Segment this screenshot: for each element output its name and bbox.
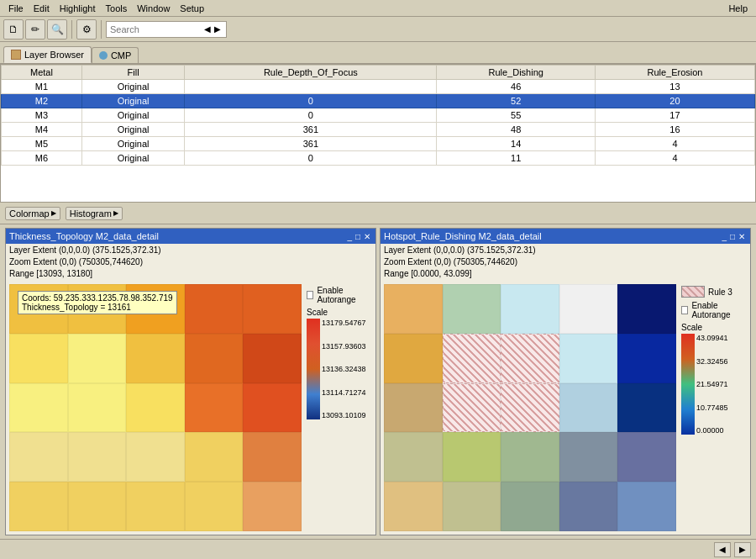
open-button[interactable]: ✏ (25, 19, 45, 40)
viz-left-close[interactable]: ✕ (362, 232, 372, 241)
heatmap-cell[interactable] (9, 383, 68, 433)
heatmap-cell[interactable] (185, 383, 244, 433)
heatmap-cell[interactable] (559, 334, 618, 383)
tab-cmp[interactable]: CMP (92, 47, 139, 63)
col-fill[interactable]: Fill (81, 66, 184, 80)
heatmap-cell[interactable] (617, 432, 676, 482)
viz-left-minimize[interactable]: _ (345, 232, 354, 241)
heatmap-cell[interactable] (384, 334, 443, 383)
heatmap-cell[interactable] (68, 482, 127, 531)
col-rdof[interactable]: Rule_Depth_Of_Focus (185, 66, 437, 80)
table-row[interactable]: M6Original0114 (2, 151, 755, 166)
histogram-button[interactable]: Histogram ▶ (66, 207, 123, 220)
zoom-button[interactable]: 🔍 (47, 19, 67, 40)
tabbar: Layer Browser CMP (0, 42, 756, 64)
heatmap-cell[interactable] (9, 432, 68, 482)
settings-button[interactable]: ⚙ (76, 19, 97, 40)
col-rdish[interactable]: Rule_Dishing (437, 66, 596, 80)
viz-right-close[interactable]: ✕ (737, 232, 747, 241)
heatmap-cell[interactable] (243, 432, 302, 482)
heatmap-cell[interactable] (559, 284, 618, 334)
heatmap-cell[interactable] (443, 482, 501, 531)
heatmap-cell[interactable] (126, 334, 185, 383)
heatmap-cell[interactable] (501, 334, 559, 383)
menu-setup[interactable]: Setup (175, 3, 209, 14)
heatmap-cell[interactable] (126, 383, 185, 433)
viz-map-right[interactable] (384, 284, 676, 531)
status-back-button[interactable]: ◀ (714, 542, 731, 557)
viz-panel-left: Thickness_Topology M2_data_detail _ □ ✕ … (5, 228, 376, 535)
search-input[interactable] (110, 24, 202, 34)
heatmap-cell[interactable] (243, 383, 302, 433)
heatmap-cell[interactable] (617, 284, 676, 334)
viz-titlebar-right: Hotspot_Rule_Dishing M2_data_detail _ □ … (381, 229, 750, 244)
heatmap-cell[interactable] (185, 334, 244, 383)
menu-edit[interactable]: Edit (29, 3, 55, 14)
heatmap-right[interactable] (384, 284, 676, 531)
viz-left-layer-extent: Layer Extent (0,0,0.0) (375.1525,372.31) (9, 245, 372, 256)
heatmap-cell[interactable] (9, 482, 68, 531)
heatmap-cell[interactable] (126, 482, 185, 531)
autorange-checkbox-left[interactable] (307, 291, 313, 299)
heatmap-cell[interactable] (559, 432, 618, 482)
scale-gradient-left (307, 319, 320, 419)
status-forward-button[interactable]: ▶ (734, 542, 751, 557)
search-prev-button[interactable]: ◀ (202, 24, 213, 34)
menu-window[interactable]: Window (132, 3, 175, 14)
table-row[interactable]: M2Original05220 (2, 94, 755, 108)
heatmap-cell[interactable] (443, 284, 501, 334)
col-metal[interactable]: Metal (2, 66, 82, 80)
heatmap-cell[interactable] (443, 432, 501, 482)
heatmap-cell[interactable] (617, 383, 676, 433)
heatmap-cell[interactable] (617, 482, 676, 531)
table-row[interactable]: M3Original05517 (2, 108, 755, 123)
table-row[interactable]: M4Original3614816 (2, 123, 755, 137)
heatmap-left[interactable] (9, 284, 302, 531)
heatmap-cell[interactable] (559, 482, 618, 531)
colormap-button[interactable]: Colormap ▶ (5, 207, 60, 220)
table-row[interactable]: M1Original4613 (2, 80, 755, 94)
heatmap-cell[interactable] (185, 284, 244, 334)
viz-right-minimize[interactable]: _ (720, 232, 728, 241)
heatmap-cell[interactable] (185, 482, 244, 531)
menu-help[interactable]: Help (723, 3, 753, 14)
col-reros[interactable]: Rule_Erosion (595, 66, 754, 80)
menu-tools[interactable]: Tools (101, 3, 133, 14)
layer-browser-icon (11, 50, 21, 60)
heatmap-cell[interactable] (443, 334, 501, 383)
heatmap-cell[interactable] (185, 432, 244, 482)
heatmap-cell[interactable] (384, 284, 443, 334)
scale-r-val-0: 43.09941 (696, 334, 728, 342)
tab-layer-browser[interactable]: Layer Browser (3, 46, 92, 63)
new-button[interactable]: 🗋 (3, 19, 24, 40)
autorange-checkbox-right[interactable] (681, 306, 688, 314)
heatmap-cell[interactable] (126, 432, 185, 482)
heatmap-cell[interactable] (68, 334, 127, 383)
heatmap-cell[interactable] (384, 482, 443, 531)
heatmap-cell[interactable] (443, 383, 501, 433)
heatmap-cell[interactable] (68, 383, 127, 433)
heatmap-cell[interactable] (501, 284, 559, 334)
viz-left-maximize[interactable]: □ (354, 232, 362, 241)
menu-file[interactable]: File (3, 3, 29, 14)
heatmap-cell[interactable] (243, 284, 302, 334)
heatmap-cell[interactable] (617, 334, 676, 383)
heatmap-cell[interactable] (68, 432, 127, 482)
viz-title-right: Hotspot_Rule_Dishing M2_data_detail (384, 231, 720, 241)
heatmap-cell[interactable] (501, 432, 559, 482)
heatmap-cell[interactable] (9, 334, 68, 383)
heatmap-cell[interactable] (384, 432, 443, 482)
tooltip-left: Coords: 59.235.333.1235.78.98.352.719 Th… (18, 291, 177, 314)
heatmap-cell[interactable] (559, 383, 618, 433)
heatmap-cell[interactable] (384, 383, 443, 433)
menu-highlight[interactable]: Highlight (55, 3, 101, 14)
heatmap-cell[interactable] (501, 383, 559, 433)
cell-metal-3: M4 (2, 123, 82, 137)
viz-map-left[interactable]: Coords: 59.235.333.1235.78.98.352.719 Th… (9, 284, 302, 531)
heatmap-cell[interactable] (243, 482, 302, 531)
table-row[interactable]: M5Original361144 (2, 137, 755, 151)
heatmap-cell[interactable] (501, 482, 559, 531)
viz-right-maximize[interactable]: □ (728, 232, 737, 241)
search-next-button[interactable]: ▶ (213, 24, 223, 34)
heatmap-cell[interactable] (243, 334, 302, 383)
